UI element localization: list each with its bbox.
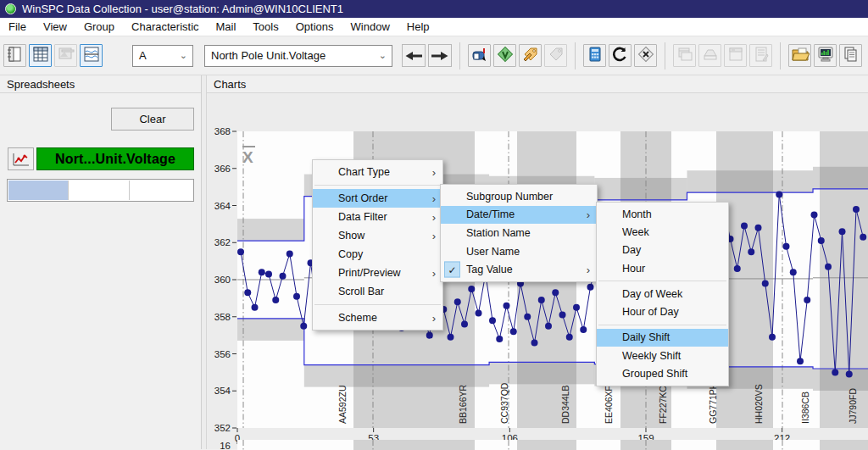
context-menu-3: MonthWeekDayHourDay of WeekHour of DayDa… bbox=[596, 202, 729, 386]
diamond-v-icon bbox=[497, 46, 514, 66]
menu-item-label: Scheme bbox=[338, 312, 426, 324]
view-combo[interactable]: A ⌄ bbox=[132, 45, 193, 67]
spreadsheet-row bbox=[7, 179, 194, 202]
journal-button[interactable] bbox=[3, 44, 26, 67]
menubar-item-mail[interactable]: Mail bbox=[208, 19, 245, 35]
menu-item-chart-type[interactable]: Chart Type› bbox=[313, 163, 442, 181]
menu-item-label: Date/Time bbox=[466, 208, 580, 220]
prev-button[interactable] bbox=[402, 44, 426, 67]
calendar-pages-icon bbox=[676, 46, 693, 66]
menubar-item-tools[interactable]: Tools bbox=[244, 19, 287, 35]
clear-button[interactable]: Clear bbox=[111, 108, 194, 131]
mailbox-icon bbox=[471, 46, 488, 66]
menu-item-copy[interactable]: Copy bbox=[313, 245, 442, 264]
spreadsheet-cell[interactable] bbox=[130, 181, 192, 200]
menu-item-week[interactable]: Week bbox=[597, 223, 728, 241]
mailbox-button[interactable] bbox=[468, 44, 491, 67]
menu-item-hour[interactable]: Hour bbox=[597, 259, 728, 277]
sheet-chart-button[interactable] bbox=[8, 147, 34, 170]
menu-item-data-filter[interactable]: Data Filter› bbox=[313, 208, 442, 226]
submenu-arrow-icon: › bbox=[432, 312, 436, 325]
menu-item-user-name[interactable]: User Name bbox=[441, 242, 597, 261]
tag-edit-button[interactable] bbox=[519, 44, 542, 67]
diamond-v-button[interactable] bbox=[493, 44, 516, 67]
spreadsheets-panel: Spreadsheets Clear Nort...Unit.Voltage bbox=[0, 75, 202, 449]
copy-pages-icon bbox=[843, 46, 860, 66]
menubar-item-options[interactable]: Options bbox=[287, 19, 342, 35]
menu-item-weekly-shift[interactable]: Weekly Shift bbox=[597, 347, 728, 364]
app-icon bbox=[5, 3, 16, 14]
menu-item-print-preview[interactable]: Print/Preview› bbox=[313, 264, 442, 282]
menubar-item-view[interactable]: View bbox=[35, 19, 75, 35]
calculator-button[interactable] bbox=[583, 44, 606, 67]
menubar-item-window[interactable]: Window bbox=[342, 19, 398, 35]
menu-item-label: Show bbox=[338, 230, 426, 242]
next-button[interactable] bbox=[428, 44, 452, 67]
menu-item-sort-order[interactable]: Sort Order› bbox=[313, 189, 442, 208]
scanner-button bbox=[698, 44, 721, 67]
scanner-icon bbox=[702, 46, 719, 66]
cancel-diamond-button[interactable] bbox=[634, 44, 657, 67]
menubar-item-help[interactable]: Help bbox=[398, 19, 438, 35]
menu-item-label: User Name bbox=[466, 246, 590, 258]
menu-item-label: Day of Week bbox=[622, 288, 721, 300]
menu-item-day-of-week[interactable]: Day of Week bbox=[597, 285, 728, 303]
menu-item-hour-of-day[interactable]: Hour of Day bbox=[597, 303, 728, 320]
characteristic-combo[interactable]: North Pole Unit.Voltage ⌄ bbox=[204, 45, 392, 67]
menu-item-label: Print/Preview bbox=[338, 267, 426, 279]
tag-button bbox=[544, 44, 567, 67]
menu-item-month[interactable]: Month bbox=[597, 205, 728, 223]
menu-item-label: Tag Value bbox=[466, 264, 580, 275]
menubar-item-group[interactable]: Group bbox=[75, 19, 123, 35]
window-title: WinSPC Data Collection - user@station: A… bbox=[22, 3, 343, 15]
view-combo-value: A bbox=[139, 49, 147, 62]
refresh-button[interactable] bbox=[609, 44, 632, 67]
submenu-arrow-icon: › bbox=[432, 267, 436, 280]
menu-separator bbox=[598, 281, 726, 281]
menubar-item-characteristic[interactable]: Characteristic bbox=[123, 19, 207, 35]
menu-item-scheme[interactable]: Scheme› bbox=[313, 308, 442, 327]
menu-item-label: Chart Type bbox=[338, 166, 426, 178]
copy-pages-button[interactable] bbox=[839, 44, 862, 67]
title-bar: WinSPC Data Collection - user@station: A… bbox=[0, 0, 868, 18]
charts-header: Charts bbox=[207, 75, 868, 93]
menu-item-subgroup-number[interactable]: Subgroup Number bbox=[441, 187, 597, 206]
spreadsheet-cell[interactable] bbox=[69, 181, 130, 200]
characteristic-tab[interactable]: Nort...Unit.Voltage bbox=[36, 147, 194, 170]
check-icon: ✓ bbox=[444, 262, 460, 278]
menu-item-label: Scroll Bar bbox=[338, 286, 436, 297]
tag-icon bbox=[548, 46, 565, 66]
refresh-icon bbox=[612, 46, 629, 66]
menu-item-daily-shift[interactable]: Daily Shift bbox=[597, 329, 728, 347]
chart-button[interactable] bbox=[80, 44, 103, 67]
menubar-item-file[interactable]: File bbox=[0, 19, 35, 35]
menu-item-label: Grouped Shift bbox=[622, 368, 721, 380]
submenu-arrow-icon: › bbox=[587, 264, 590, 276]
menu-bar: FileViewGroupCharacteristicMailToolsOpti… bbox=[0, 18, 868, 36]
gallery-icon bbox=[58, 46, 75, 66]
menu-item-label: Weekly Shift bbox=[622, 350, 721, 362]
calculator-icon bbox=[587, 46, 604, 66]
menu-item-date-time[interactable]: Date/Time› bbox=[441, 206, 597, 225]
menu-item-scroll-bar[interactable]: Scroll Bar bbox=[313, 282, 442, 301]
window-button bbox=[724, 44, 747, 67]
menu-item-station-name[interactable]: Station Name bbox=[441, 224, 597, 242]
submenu-arrow-icon: › bbox=[432, 166, 436, 179]
menu-separator bbox=[314, 304, 441, 305]
monitor-chart-button[interactable] bbox=[814, 44, 837, 67]
spreadsheet-cell-selected[interactable] bbox=[8, 181, 69, 200]
menu-item-grouped-shift[interactable]: Grouped Shift bbox=[597, 364, 728, 382]
winspc-window: WinSPC Data Collection - user@station: A… bbox=[0, 0, 868, 450]
menu-item-tag-value[interactable]: ✓Tag Value› bbox=[441, 260, 597, 279]
checklist-button bbox=[749, 44, 772, 67]
spreadsheet-button[interactable] bbox=[29, 44, 52, 67]
open-folder-button[interactable] bbox=[788, 44, 811, 67]
menu-item-label: Month bbox=[622, 208, 721, 220]
menu-item-day[interactable]: Day bbox=[597, 242, 728, 259]
context-menu-1: Chart Type›Sort Order›Data Filter›Show›C… bbox=[312, 159, 443, 331]
chevron-down-icon: ⌄ bbox=[379, 50, 387, 61]
calendar-pages-button bbox=[673, 44, 696, 67]
menu-item-show[interactable]: Show› bbox=[313, 226, 442, 245]
cancel-diamond-icon bbox=[637, 46, 654, 66]
monitor-chart-icon bbox=[816, 46, 835, 66]
